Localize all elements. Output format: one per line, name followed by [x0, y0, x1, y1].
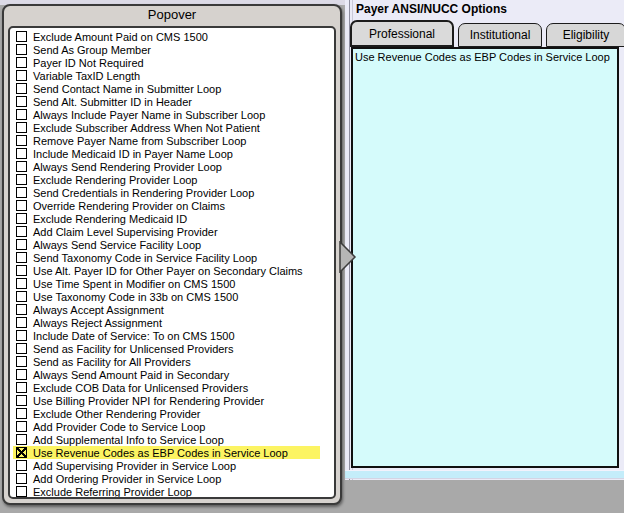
checkbox-row-16[interactable]: Always Send Service Facility Loop [13, 238, 334, 251]
panel-title: Payer ANSI/NUCC Options [356, 2, 507, 16]
checkbox-label: Always Send Service Facility Loop [33, 239, 201, 251]
tab-institutional[interactable]: Institutional [458, 23, 542, 47]
checkbox-label: Add Supervising Provider in Service Loop [33, 460, 236, 472]
checkbox-icon[interactable] [16, 122, 27, 133]
checkbox-row-14[interactable]: Exclude Rendering Medicaid ID [13, 212, 334, 225]
checkbox-row-18[interactable]: Use Alt. Payer ID for Other Payer on Sec… [13, 264, 334, 277]
checkbox-label: Use Taxonomy Code in 33b on CMS 1500 [33, 291, 238, 303]
checkbox-icon[interactable] [16, 473, 27, 484]
checkbox-row-35[interactable]: Exclude Referring Provider Loop [13, 485, 334, 498]
checkbox-icon[interactable] [16, 96, 27, 107]
popover-window: Popover Exclude Amount Paid on CMS 1500 … [2, 4, 342, 505]
checkbox-row-12[interactable]: Send Credentials in Rendering Provider L… [13, 186, 334, 199]
checkbox-row-4[interactable]: Send Contact Name in Submitter Loop [13, 82, 334, 95]
checkbox-icon[interactable] [16, 148, 27, 159]
checkbox-row-15[interactable]: Add Claim Level Supervising Provider [13, 225, 334, 238]
checkbox-icon[interactable] [16, 70, 27, 81]
checkbox-icon[interactable] [16, 31, 27, 42]
checkbox-icon[interactable] [16, 252, 27, 263]
checkbox-icon[interactable] [16, 200, 27, 211]
checkbox-row-3[interactable]: Variable TaxID Length [13, 69, 334, 82]
checkbox-icon[interactable] [16, 369, 27, 380]
checkbox-icon[interactable] [16, 135, 27, 146]
checkbox-icon[interactable] [16, 109, 27, 120]
checkbox-row-33[interactable]: Add Supervising Provider in Service Loop [13, 459, 334, 472]
checkbox-icon[interactable] [16, 356, 27, 367]
checkbox-icon[interactable] [16, 239, 27, 250]
checkbox-row-20[interactable]: Use Taxonomy Code in 33b on CMS 1500 [13, 290, 334, 303]
checkbox-icon[interactable] [16, 265, 27, 276]
checkbox-icon[interactable] [16, 291, 27, 302]
checkbox-row-6[interactable]: Always Include Payer Name in Subscriber … [13, 108, 334, 121]
checkbox-icon[interactable] [16, 408, 27, 419]
checkbox-icon[interactable] [16, 174, 27, 185]
checkbox-row-21[interactable]: Always Accept Assignment [13, 303, 334, 316]
checkbox-row-26[interactable]: Always Send Amount Paid in Secondary [13, 368, 334, 381]
checkbox-icon[interactable] [16, 304, 27, 315]
checkbox-icon[interactable] [16, 57, 27, 68]
checkbox-row-24[interactable]: Send as Facility for Unlicensed Provider… [13, 342, 334, 355]
checkbox-row-29[interactable]: Exclude Other Rendering Provider [13, 407, 334, 420]
checkbox-row-9[interactable]: Include Medicaid ID in Payer Name Loop [13, 147, 334, 160]
checkbox-row-31[interactable]: Add Supplemental Info to Service Loop [13, 433, 334, 446]
checkbox-label: Use Alt. Payer ID for Other Payer on Sec… [33, 265, 303, 277]
checkbox-label: Always Include Payer Name in Subscriber … [33, 109, 265, 121]
checkbox-row-13[interactable]: Override Rendering Provider on Claims [13, 199, 334, 212]
checkbox-label: Use Time Spent in Modifier on CMS 1500 [33, 278, 235, 290]
checkbox-icon[interactable] [16, 213, 27, 224]
checkbox-icon[interactable] [16, 187, 27, 198]
tab-professional[interactable]: Professional [350, 20, 454, 47]
checkbox-icon[interactable] [16, 447, 27, 458]
checkbox-label: Exclude Rendering Provider Loop [33, 174, 198, 186]
checkbox-list[interactable]: Exclude Amount Paid on CMS 1500 Send As … [8, 26, 336, 499]
selected-options-list[interactable]: Use Revenue Codes as EBP Codes in Servic… [351, 47, 619, 468]
checkbox-label: Add Provider Code to Service Loop [33, 421, 205, 433]
checkbox-label: Send Credentials in Rendering Provider L… [33, 187, 254, 199]
checkbox-icon[interactable] [16, 486, 27, 497]
checkbox-row-1[interactable]: Send As Group Member [13, 43, 334, 56]
checkbox-row-22[interactable]: Always Reject Assignment [13, 316, 334, 329]
checkbox-row-8[interactable]: Remove Payer Name from Subscriber Loop [13, 134, 334, 147]
checkbox-row-30[interactable]: Add Provider Code to Service Loop [13, 420, 334, 433]
checkbox-icon[interactable] [16, 226, 27, 237]
checkbox-icon[interactable] [16, 460, 27, 471]
tab-eligibility[interactable]: Eligibility [546, 23, 624, 47]
tab-bar: Professional Institutional Eligibility [350, 20, 624, 47]
checkbox-icon[interactable] [16, 395, 27, 406]
checkbox-icon[interactable] [16, 83, 27, 94]
checkbox-row-5[interactable]: Send Alt. Submitter ID in Header [13, 95, 334, 108]
checkbox-icon[interactable] [16, 161, 27, 172]
checkbox-label: Send Alt. Submitter ID in Header [33, 96, 192, 108]
selected-option-item[interactable]: Use Revenue Codes as EBP Codes in Servic… [355, 51, 615, 64]
checkbox-row-11[interactable]: Exclude Rendering Provider Loop [13, 173, 334, 186]
checkbox-row-34[interactable]: Add Ordering Provider in Service Loop [13, 472, 334, 485]
checkbox-icon[interactable] [16, 434, 27, 445]
checkbox-row-27[interactable]: Exclude COB Data for Unlicensed Provider… [13, 381, 334, 394]
checkbox-label: Exclude Subscriber Address When Not Pati… [33, 122, 260, 134]
checkbox-label: Always Accept Assignment [33, 304, 164, 316]
checkbox-label: Send as Facility for Unlicensed Provider… [33, 343, 234, 355]
checkbox-label: Include Date of Service: To on CMS 1500 [33, 330, 235, 342]
popover-title: Popover [4, 6, 340, 24]
checkbox-icon[interactable] [16, 317, 27, 328]
checkbox-row-23[interactable]: Include Date of Service: To on CMS 1500 [13, 329, 334, 342]
checkbox-row-7[interactable]: Exclude Subscriber Address When Not Pati… [13, 121, 334, 134]
splitter-collapse-arrow-icon[interactable] [339, 241, 357, 273]
checkbox-icon[interactable] [16, 278, 27, 289]
checkbox-row-10[interactable]: Always Send Rendering Provider Loop [13, 160, 334, 173]
checkbox-row-32[interactable]: Use Revenue Codes as EBP Codes in Servic… [13, 446, 320, 459]
checkbox-row-0[interactable]: Exclude Amount Paid on CMS 1500 [13, 30, 334, 43]
checkbox-row-28[interactable]: Use Billing Provider NPI for Rendering P… [13, 394, 334, 407]
checkbox-icon[interactable] [16, 44, 27, 55]
checkbox-row-19[interactable]: Use Time Spent in Modifier on CMS 1500 [13, 277, 334, 290]
checkbox-row-25[interactable]: Send as Facility for All Providers [13, 355, 334, 368]
checkbox-icon[interactable] [16, 343, 27, 354]
checkbox-label: Send as Facility for All Providers [33, 356, 191, 368]
checkbox-label: Add Supplemental Info to Service Loop [33, 434, 224, 446]
checkbox-icon[interactable] [16, 421, 27, 432]
checkbox-row-17[interactable]: Send Taxonomy Code in Service Facility L… [13, 251, 334, 264]
checkbox-icon[interactable] [16, 382, 27, 393]
checkbox-row-2[interactable]: Payer ID Not Required [13, 56, 334, 69]
checkbox-label: Use Revenue Codes as EBP Codes in Servic… [33, 447, 288, 459]
checkbox-icon[interactable] [16, 330, 27, 341]
